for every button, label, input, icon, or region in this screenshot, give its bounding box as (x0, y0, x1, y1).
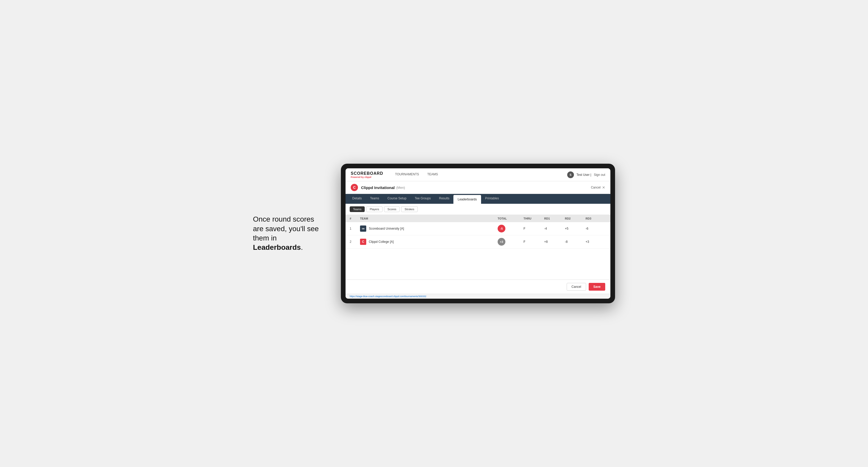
tournament-name: Clippd Invitational (361, 185, 395, 190)
nav-right: S Test User | Sign out (567, 172, 605, 178)
row2-rank: 2 (350, 240, 360, 244)
col-rd3: RD3 (586, 217, 606, 220)
table-empty-area (345, 249, 610, 280)
col-rd1: RD1 (544, 217, 565, 220)
sign-out-link[interactable]: Sign out (594, 173, 605, 177)
col-thru: THRU (524, 217, 544, 220)
tab-printables[interactable]: Printables (481, 194, 503, 204)
table-row: 2 C Clippd College [A] +3 F +8 -8 +3 (345, 235, 610, 249)
row1-team-cell: SB Scoreboard University [A] (360, 225, 498, 232)
row2-team-name: Clippd College [A] (369, 240, 394, 244)
row2-rd1: +8 (544, 240, 565, 244)
row2-team-logo: C (360, 239, 366, 245)
col-team: TEAM (360, 217, 498, 220)
tab-details[interactable]: Details (348, 194, 366, 204)
row2-rd2: -8 (565, 240, 586, 244)
row2-team-cell: C Clippd College [A] (360, 239, 498, 245)
filter-players-button[interactable]: Players (366, 206, 382, 212)
leaderboard-table: # TEAM TOTAL THRU RD1 RD2 RD3 1 SB Score… (345, 215, 610, 280)
logo-powered: Powered by clippd (351, 176, 383, 179)
col-total: TOTAL (498, 217, 524, 220)
sub-tabs: Details Teams Course Setup Tee Groups Re… (345, 194, 610, 204)
filter-strokes-button[interactable]: Strokes (401, 206, 417, 212)
page-wrapper: Once round scores are saved, you'll see … (253, 164, 615, 303)
tournament-header: C Clippd Invitational (Men) Cancel ✕ (345, 181, 610, 194)
leaderboards-bold: Leaderboards (253, 243, 301, 251)
left-description: Once round scores are saved, you'll see … (253, 215, 326, 252)
table-header: # TEAM TOTAL THRU RD1 RD2 RD3 (345, 215, 610, 222)
save-button[interactable]: Save (589, 283, 605, 291)
col-rank: # (350, 217, 360, 220)
url-bar: https://stage-blue-coach.stagescoreboard… (345, 294, 610, 299)
row2-total: +3 (498, 238, 524, 246)
tournament-gender: (Men) (396, 186, 405, 190)
row2-score-badge: +3 (498, 238, 505, 246)
user-avatar: S (567, 172, 574, 178)
tab-course-setup[interactable]: Course Setup (383, 194, 410, 204)
tournament-cancel-button[interactable]: Cancel ✕ (591, 185, 605, 190)
footer: Cancel Save (345, 280, 610, 294)
row1-total: -5 (498, 225, 524, 232)
row1-rank: 1 (350, 227, 360, 230)
row2-thru: F (524, 240, 544, 244)
description-text: Once round scores are saved, you'll see … (253, 215, 319, 242)
logo-text: SCOREBOARD (351, 171, 383, 176)
tab-results[interactable]: Results (435, 194, 454, 204)
nav-links: TOURNAMENTS TEAMS (391, 168, 442, 181)
table-row: 1 SB Scoreboard University [A] -5 F -4 +… (345, 222, 610, 235)
filter-bar: Teams Players Scores Strokes (345, 204, 610, 215)
nav-user-name: Test User | (577, 173, 591, 177)
nav-tournaments[interactable]: TOURNAMENTS (391, 168, 423, 181)
tab-tee-groups[interactable]: Tee Groups (410, 194, 435, 204)
row1-rd3: -6 (586, 227, 606, 230)
tablet-frame: SCOREBOARD Powered by clippd TOURNAMENTS… (341, 164, 615, 303)
cancel-button[interactable]: Cancel (567, 283, 586, 291)
logo-area: SCOREBOARD Powered by clippd (351, 171, 383, 179)
tab-leaderboards[interactable]: Leaderboards (454, 195, 481, 204)
filter-scores-button[interactable]: Scores (384, 206, 400, 212)
col-rd2: RD2 (565, 217, 586, 220)
top-nav: SCOREBOARD Powered by clippd TOURNAMENTS… (345, 168, 610, 181)
tab-teams[interactable]: Teams (366, 194, 383, 204)
nav-teams[interactable]: TEAMS (423, 168, 442, 181)
row1-rd1: -4 (544, 227, 565, 230)
row1-team-name: Scoreboard University [A] (369, 227, 404, 230)
row1-thru: F (524, 227, 544, 230)
description-period: . (301, 243, 303, 251)
row1-rd2: +5 (565, 227, 586, 230)
filter-teams-button[interactable]: Teams (350, 206, 365, 212)
tournament-logo: C (351, 184, 358, 191)
url-text: https://stage-blue-coach.stagescoreboard… (350, 295, 426, 298)
row1-team-logo: SB (360, 225, 366, 232)
tablet-screen: SCOREBOARD Powered by clippd TOURNAMENTS… (345, 168, 610, 299)
row1-score-badge: -5 (498, 225, 505, 232)
row2-rd3: +3 (586, 240, 606, 244)
cancel-x-icon: ✕ (602, 185, 605, 190)
